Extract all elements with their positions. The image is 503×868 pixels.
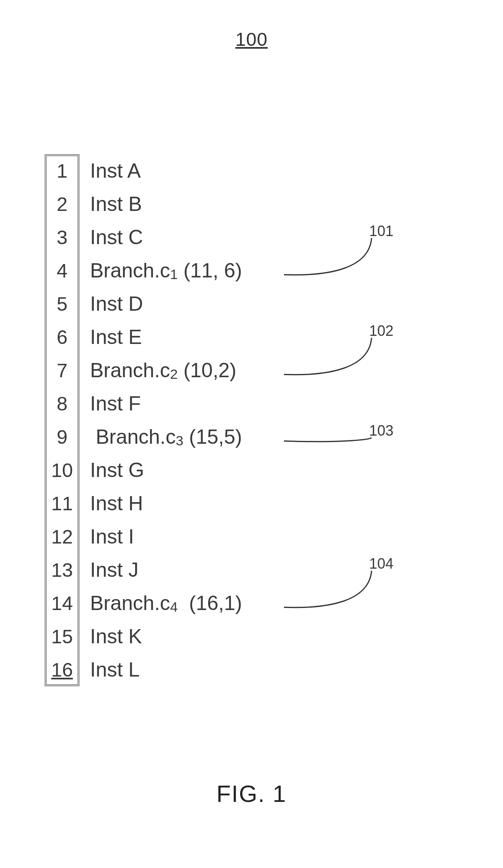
instruction-label: Inst F xyxy=(90,392,141,415)
branch-targets: (10,2) xyxy=(178,359,236,382)
instruction-label: Branch.c xyxy=(90,425,176,449)
instruction-text: Inst J xyxy=(80,558,138,582)
instruction-row: 11Inst H xyxy=(45,487,450,520)
instruction-label: Inst H xyxy=(90,492,143,515)
instruction-text: Inst F xyxy=(80,392,141,415)
instruction-row: 5Inst D xyxy=(45,287,450,320)
line-number: 12 xyxy=(45,520,80,553)
line-number: 14 xyxy=(45,587,80,620)
branch-targets: (11, 6) xyxy=(178,259,242,282)
instruction-row: 2Inst B xyxy=(45,187,450,221)
instruction-row: 10Inst G xyxy=(45,453,450,487)
line-number: 3 xyxy=(45,221,80,254)
instruction-label: Branch.c xyxy=(90,359,170,382)
instruction-label: Inst G xyxy=(90,458,144,482)
instruction-text: Inst H xyxy=(80,492,143,515)
instruction-row: 16Inst L xyxy=(45,653,450,686)
callout-leader-icon xyxy=(280,428,384,449)
branch-instruction: Branch.c3 (15,5) xyxy=(80,425,242,449)
figure-caption: FIG. 1 xyxy=(0,780,503,807)
line-number: 13 xyxy=(45,553,80,587)
instruction-row: 14Branch.c4 (16,1) xyxy=(45,587,450,620)
condition-subscript: 3 xyxy=(176,433,183,449)
callout-leader-icon xyxy=(280,228,384,283)
condition-subscript: 4 xyxy=(170,599,178,615)
figure-reference-number: 100 xyxy=(0,28,503,50)
line-number: 11 xyxy=(45,487,80,520)
instruction-label: Branch.c xyxy=(90,259,170,282)
instruction-label: Inst E xyxy=(90,325,142,349)
figure-page: 100 1Inst A2Inst B3Inst C4Branch.c1 (11,… xyxy=(0,0,503,868)
instruction-label: Inst B xyxy=(90,192,142,216)
instruction-row: 4Branch.c1 (11, 6) xyxy=(45,254,450,287)
instruction-text: Inst G xyxy=(80,458,144,482)
line-number: 15 xyxy=(45,620,80,653)
instruction-text: Inst L xyxy=(80,658,140,681)
instruction-label: Branch.c xyxy=(90,591,170,615)
branch-targets: (16,1) xyxy=(178,591,242,615)
instruction-row: 15Inst K xyxy=(45,620,450,653)
branch-instruction: Branch.c2 (10,2) xyxy=(80,359,236,382)
line-number: 6 xyxy=(45,320,80,354)
instruction-text: Inst B xyxy=(80,192,142,216)
line-number: 4 xyxy=(45,254,80,287)
instruction-row: 7Branch.c2 (10,2) xyxy=(45,354,450,387)
instruction-text: Inst D xyxy=(80,292,143,316)
callout-leader-icon xyxy=(280,328,384,382)
line-number: 5 xyxy=(45,287,80,320)
line-number: 7 xyxy=(45,354,80,387)
line-number: 1 xyxy=(45,154,80,187)
line-number: 9 xyxy=(45,420,80,453)
instruction-text: Inst E xyxy=(80,325,142,349)
instruction-label: Inst D xyxy=(90,292,143,316)
instruction-label: Inst A xyxy=(90,159,141,183)
instruction-row: 8Inst F xyxy=(45,387,450,420)
instruction-text: Inst A xyxy=(80,159,141,183)
instruction-label: Inst I xyxy=(90,525,134,548)
instruction-label: Inst C xyxy=(90,226,143,249)
instruction-label: Inst K xyxy=(90,625,142,648)
line-number: 8 xyxy=(45,387,80,420)
instruction-text: Inst K xyxy=(80,625,142,648)
callout-leader-icon xyxy=(280,561,384,615)
line-number: 16 xyxy=(45,653,80,686)
condition-subscript: 2 xyxy=(170,366,178,382)
instruction-text: Inst I xyxy=(80,525,134,548)
branch-instruction: Branch.c1 (11, 6) xyxy=(80,259,242,282)
line-number: 2 xyxy=(45,187,80,221)
line-number: 10 xyxy=(45,453,80,487)
instruction-label: Inst J xyxy=(90,558,138,582)
branch-targets: (15,5) xyxy=(183,425,242,449)
instruction-row: 12Inst I xyxy=(45,520,450,553)
branch-instruction: Branch.c4 (16,1) xyxy=(80,591,242,615)
instruction-text: Inst C xyxy=(80,226,143,249)
instruction-row: 1Inst A xyxy=(45,154,450,187)
instruction-label: Inst L xyxy=(90,658,140,681)
condition-subscript: 1 xyxy=(170,266,178,282)
